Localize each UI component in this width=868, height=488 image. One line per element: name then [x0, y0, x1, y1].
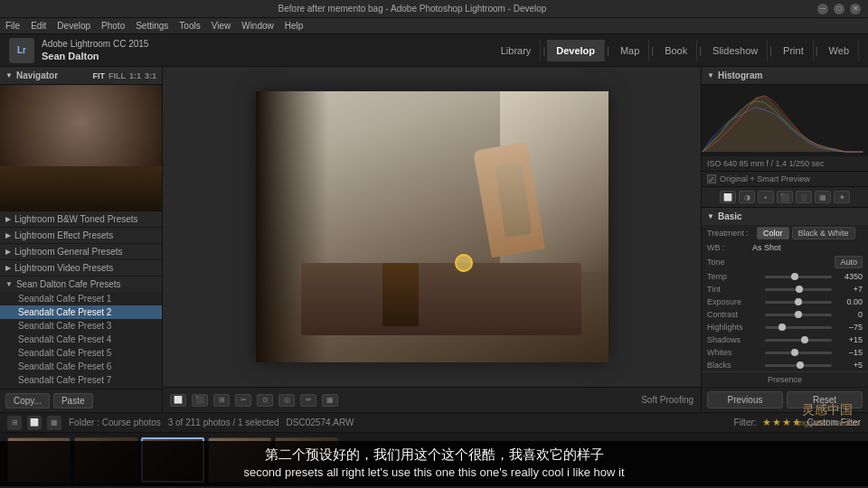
contrast-slider[interactable]	[765, 314, 832, 316]
tool-compare[interactable]: ⬛	[192, 394, 208, 407]
treatment-bw[interactable]: Black & White	[792, 227, 855, 239]
exposure-slider[interactable]	[765, 301, 832, 304]
histogram-title: Histogram	[718, 70, 762, 80]
preset-group-effect-header[interactable]: ▶ Lightroom Effect Presets	[0, 228, 162, 243]
right-panel: ▼ Histogram	[701, 67, 868, 412]
tool-loupe[interactable]: ⬜	[170, 394, 186, 407]
vi-3[interactable]: ▪	[758, 191, 774, 203]
tab-develop[interactable]: Develop	[547, 40, 605, 61]
collapse-icon: ▶	[5, 248, 11, 256]
basic-header[interactable]: ▼ Basic	[702, 208, 868, 225]
folder-label: Folder : Course photos	[69, 418, 161, 427]
view-icons-row: ⬜ ◑ ▪ ⬛ ░ ▦ ✦	[702, 187, 868, 208]
preset-item-1[interactable]: Seandalt Cafe Preset 1	[0, 292, 162, 305]
menu-bar: File Edit Develop Photo Settings Tools V…	[0, 18, 868, 34]
menu-tools[interactable]: Tools	[179, 21, 200, 31]
tool-survey[interactable]: ⊞	[213, 394, 230, 407]
smart-preview-row: ✓ Original + Smart Preview	[702, 172, 868, 187]
nav-fit[interactable]: FIT	[92, 71, 105, 80]
preset-group-sean-header[interactable]: ▼ Sean Dalton Cafe Presets	[0, 277, 162, 292]
vi-1[interactable]: ⬜	[720, 191, 736, 203]
preset-group-general-header[interactable]: ▶ Lightroom General Presets	[0, 244, 162, 259]
copy-button[interactable]: Copy...	[5, 393, 50, 408]
navigator-title: Navigator	[16, 70, 58, 80]
preset-item-6[interactable]: Seandalt Cafe Preset 6	[0, 360, 162, 373]
tone-label: Tone	[707, 258, 761, 267]
tab-slideshow[interactable]: Slideshow	[703, 40, 768, 61]
histogram-header[interactable]: ▼ Histogram	[702, 67, 868, 85]
blacks-row: Blacks +5	[702, 359, 868, 371]
menu-settings[interactable]: Settings	[136, 21, 168, 31]
preset-group-bw: ▶ Lightroom B&W Toned Presets	[0, 211, 162, 228]
tool-grad[interactable]: ▦	[322, 394, 338, 407]
tool-redeye[interactable]: ◎	[278, 394, 295, 407]
close-btn[interactable]: ✕	[850, 4, 861, 14]
temp-thumb	[791, 273, 798, 280]
tool-heal[interactable]: ⊙	[257, 394, 273, 407]
vi-5[interactable]: ░	[796, 191, 812, 203]
preset-group-bw-header[interactable]: ▶ Lightroom B&W Toned Presets	[0, 211, 162, 227]
maximize-btn[interactable]: □	[834, 4, 844, 14]
preset-item-2[interactable]: Seandalt Cafe Preset 2	[0, 305, 162, 319]
vi-4[interactable]: ⬛	[777, 191, 793, 203]
user-info: Adobe Lightroom CC 2015 Sean Dalton	[42, 38, 148, 62]
highlights-thumb	[778, 324, 786, 331]
vi-2[interactable]: ◑	[739, 191, 755, 203]
tint-slider[interactable]	[765, 288, 832, 291]
histogram-svg	[702, 85, 868, 156]
tab-book[interactable]: Book	[656, 40, 697, 61]
tool-crop[interactable]: ✂	[235, 394, 251, 407]
minimize-btn[interactable]: ─	[817, 4, 828, 14]
nav-1-1[interactable]: 1:1	[129, 71, 141, 80]
menu-view[interactable]: View	[212, 21, 231, 31]
presets-list: ▶ Lightroom B&W Toned Presets ▶ Lightroo…	[0, 211, 162, 389]
vi-6[interactable]: ▦	[815, 191, 831, 203]
menu-file[interactable]: File	[5, 21, 20, 31]
shadows-slider[interactable]	[765, 339, 832, 342]
tone-auto-btn[interactable]: Auto	[835, 256, 863, 268]
presence-label: Presence	[702, 371, 868, 387]
tab-web[interactable]: Web	[820, 40, 859, 61]
menu-help[interactable]: Help	[285, 21, 304, 31]
preset-item-7[interactable]: Seandalt Cafe Preset 7	[0, 373, 162, 387]
previous-button[interactable]: Previous	[707, 391, 783, 408]
menu-edit[interactable]: Edit	[31, 21, 46, 31]
preset-group-video-header[interactable]: ▶ Lightroom Video Presets	[0, 260, 162, 276]
nav-fill[interactable]: FILL	[108, 71, 126, 80]
status-left: ⊞ ⬜ ▦	[7, 416, 61, 430]
photo-frame	[256, 91, 609, 362]
menu-develop[interactable]: Develop	[57, 21, 90, 31]
nav-3-1[interactable]: 3:1	[145, 71, 156, 80]
preset-item-3[interactable]: Seandalt Cafe Preset 3	[0, 319, 162, 333]
filename-label: DSC02574.ARW	[287, 418, 354, 427]
vi-7[interactable]: ✦	[834, 191, 850, 203]
basic-tri-icon: ▼	[707, 212, 714, 221]
loupe-view-icon[interactable]: ⬜	[27, 416, 42, 430]
whites-slider[interactable]	[765, 352, 832, 354]
highlights-slider[interactable]	[765, 326, 832, 329]
tab-map[interactable]: Map	[611, 40, 649, 61]
menu-window[interactable]: Window	[241, 21, 274, 31]
blacks-slider[interactable]	[765, 364, 832, 367]
preset-group-general: ▶ Lightroom General Presets	[0, 244, 162, 260]
smart-preview-check[interactable]: ✓	[707, 174, 716, 183]
whites-label: Whites	[707, 348, 761, 357]
collapse-icon: ▶	[5, 215, 11, 223]
temp-slider[interactable]	[765, 276, 832, 278]
preset-item-5[interactable]: Seandalt Cafe Preset 5	[0, 346, 162, 360]
treatment-color[interactable]: Color	[757, 227, 789, 239]
exposure-thumb	[795, 298, 802, 305]
nav-tabs: Library | Develop | Map | Book | Slidesh…	[492, 40, 859, 61]
tab-library[interactable]: Library	[492, 40, 542, 61]
navigator-header[interactable]: ▼ Navigator FIT FILL 1:1 3:1	[0, 67, 162, 85]
film-icon[interactable]: ▦	[47, 416, 61, 430]
tool-brush[interactable]: ✏	[300, 394, 316, 407]
group-label: Lightroom Video Presets	[14, 263, 113, 273]
subtitle-en: second presets all right let's use this …	[11, 465, 857, 479]
paste-button[interactable]: Paste	[53, 393, 93, 408]
preset-item-4[interactable]: Seandalt Cafe Preset 4	[0, 333, 162, 346]
grid-view-icon[interactable]: ⊞	[7, 416, 22, 430]
tab-print[interactable]: Print	[774, 40, 814, 61]
menu-photo[interactable]: Photo	[101, 21, 125, 31]
group-label: Sean Dalton Cafe Presets	[16, 279, 121, 289]
